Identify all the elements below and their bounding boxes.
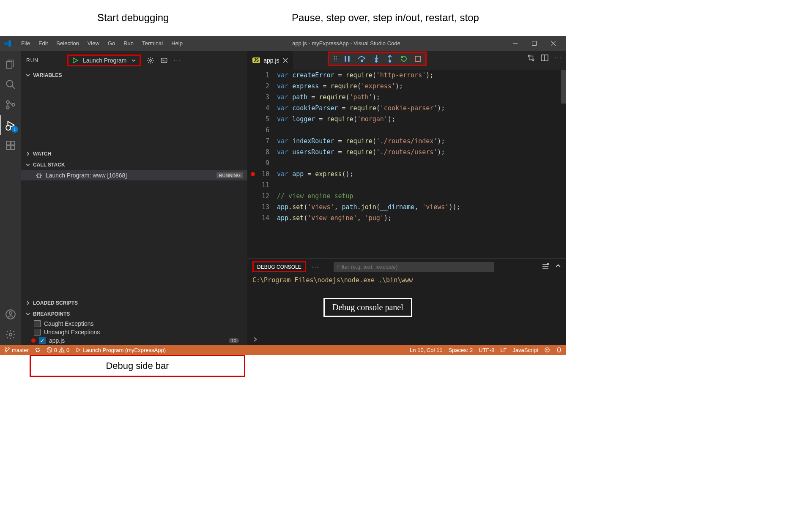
more-icon[interactable]: ··· [174, 57, 181, 64]
activity-bar: 1 [0, 51, 21, 345]
svg-point-7 [6, 106, 9, 109]
compare-icon[interactable] [527, 54, 535, 62]
breakpoint-uncaught-exceptions[interactable]: Uncaught Exceptions [21, 328, 247, 336]
menu-selection[interactable]: Selection [52, 38, 83, 48]
menu-run[interactable]: Run [119, 38, 138, 48]
section-breakpoints-body: Caught Exceptions Uncaught Exceptions ✓ … [21, 319, 247, 345]
scrollbar-thumb[interactable] [561, 70, 566, 104]
window-title: app.js - myExpressApp - Visual Studio Co… [187, 40, 506, 46]
console-prompt-icon[interactable] [252, 336, 258, 342]
menu-go[interactable]: Go [104, 38, 119, 48]
checkbox-unchecked-icon[interactable] [34, 320, 41, 327]
status-debug-config[interactable]: Launch Program (myExpressApp) [75, 347, 166, 353]
chevron-down-icon[interactable] [131, 58, 136, 63]
bug-icon [36, 172, 42, 179]
section-variables-header[interactable]: VARIABLES [21, 70, 247, 81]
checkbox-unchecked-icon[interactable] [34, 329, 41, 336]
panel-body: C:\Program Files\nodejs\node.exe .\bin\w… [247, 275, 566, 345]
callstack-item[interactable]: Launch Program: www [10868] RUNNING [21, 170, 247, 180]
activity-explorer[interactable] [0, 54, 21, 74]
menu-help[interactable]: Help [167, 38, 187, 48]
step-over-button[interactable] [358, 55, 366, 63]
maximize-button[interactable] [525, 37, 544, 50]
step-into-button[interactable] [373, 55, 380, 63]
section-loaded-scripts-header[interactable]: LOADED SCRIPTS [21, 297, 247, 308]
annotation-debug-console-panel: Debug console panel [323, 298, 412, 317]
debug-console-icon[interactable] [160, 57, 168, 64]
breakpoint-caught-exceptions[interactable]: Caught Exceptions [21, 319, 247, 328]
close-tab-button[interactable] [283, 58, 288, 63]
config-name[interactable]: Launch Program [83, 57, 127, 64]
status-branch[interactable]: master [4, 347, 29, 353]
panel-tab-debug-console[interactable]: DEBUG CONSOLE [256, 262, 302, 272]
svg-rect-12 [11, 141, 15, 145]
svg-point-6 [6, 101, 9, 104]
minimize-button[interactable] [506, 37, 525, 50]
status-sync[interactable] [35, 347, 41, 353]
code-area[interactable]: 1234567891011121314 var createError = re… [247, 70, 566, 258]
stop-button[interactable] [414, 55, 421, 62]
vscode-logo-icon [3, 39, 12, 48]
filter-input[interactable] [334, 262, 494, 272]
debug-console-panel: DEBUG CONSOLE ··· C:\Program Files\nodej… [247, 258, 566, 345]
code-lines[interactable]: var createError = require('http-errors')… [277, 70, 566, 258]
activity-extensions[interactable] [0, 135, 21, 156]
status-encoding[interactable]: UTF-8 [479, 347, 494, 353]
launch-config-selector: Launch Program [67, 55, 141, 66]
svg-rect-11 [6, 141, 10, 145]
status-spaces[interactable]: Spaces: 2 [448, 347, 473, 353]
breakpoint-file[interactable]: ✓ app.js 10 [21, 336, 247, 345]
sidebar-title: RUN [26, 57, 64, 63]
section-watch-header[interactable]: WATCH [21, 148, 247, 159]
status-language[interactable]: JavaScript [512, 347, 538, 353]
line-number-gutter: 1234567891011121314 [247, 70, 277, 258]
breakpoint-label: Uncaught Exceptions [44, 329, 100, 336]
pause-button[interactable] [343, 55, 351, 63]
console-output-link[interactable]: .\bin\www [378, 276, 413, 284]
collapse-panel-icon[interactable] [555, 263, 561, 270]
svg-point-19 [149, 59, 151, 61]
editor-actions: ··· [527, 54, 562, 62]
activity-settings[interactable] [0, 325, 21, 345]
menu-terminal[interactable]: Terminal [138, 38, 167, 48]
menu-file[interactable]: File [17, 38, 34, 48]
gear-icon[interactable] [147, 57, 154, 64]
status-feedback-icon[interactable] [544, 347, 550, 353]
section-callstack-body: Launch Program: www [10868] RUNNING [21, 170, 247, 180]
status-bar: master 0 0 Launch Program (myExpressApp)… [0, 345, 566, 355]
svg-rect-3 [6, 62, 12, 68]
activity-debug[interactable]: 1 [0, 115, 21, 135]
editor-tab[interactable]: JS app.js [247, 51, 293, 70]
status-problems[interactable]: 0 0 [47, 347, 69, 353]
menu-edit[interactable]: Edit [34, 38, 52, 48]
section-callstack-header[interactable]: CALL STACK [21, 159, 247, 170]
restart-button[interactable] [400, 55, 408, 63]
breakpoint-dot-icon[interactable] [251, 172, 255, 176]
activity-scm[interactable] [0, 95, 21, 115]
split-editor-icon[interactable] [541, 54, 548, 62]
svg-rect-29 [415, 56, 420, 61]
step-out-button[interactable] [386, 55, 393, 63]
status-eol[interactable]: LF [500, 347, 507, 353]
chevron-down-icon [25, 162, 30, 167]
section-variables-label: VARIABLES [33, 72, 62, 78]
callstack-item-status: RUNNING [216, 172, 243, 178]
activity-search[interactable] [0, 74, 21, 95]
status-cursor[interactable]: Ln 10, Col 11 [410, 347, 442, 353]
status-notifications-icon[interactable] [556, 347, 562, 353]
activity-accounts[interactable] [0, 304, 21, 325]
svg-point-16 [9, 312, 12, 315]
grip-icon[interactable]: ⠿ [333, 55, 337, 62]
start-debugging-button[interactable] [72, 57, 79, 64]
more-icon[interactable]: ··· [312, 263, 320, 270]
more-icon[interactable]: ··· [554, 54, 562, 62]
section-breakpoints-header[interactable]: BREAKPOINTS [21, 308, 247, 319]
checkbox-checked-icon[interactable]: ✓ [39, 337, 46, 344]
svg-point-17 [9, 333, 12, 336]
clear-console-icon[interactable] [542, 263, 549, 270]
svg-point-21 [37, 174, 41, 177]
close-button[interactable] [544, 37, 563, 50]
tab-label: app.js [263, 57, 279, 64]
chevron-right-icon [25, 300, 30, 306]
menu-view[interactable]: View [83, 38, 104, 48]
